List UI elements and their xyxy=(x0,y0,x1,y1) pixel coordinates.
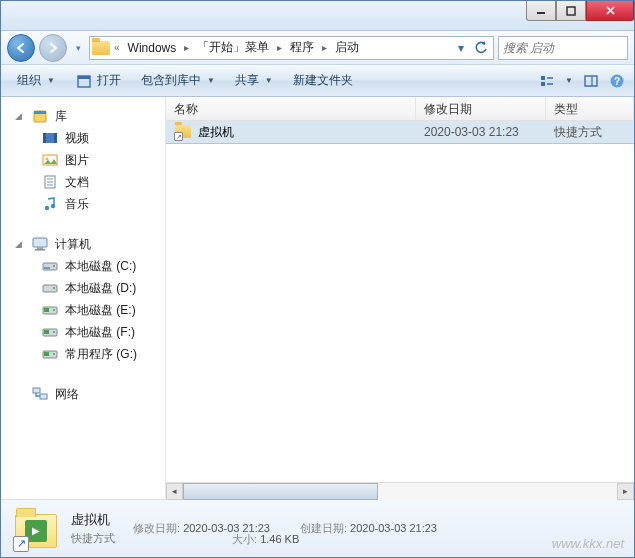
svg-rect-12 xyxy=(585,76,597,86)
share-button[interactable]: 共享▼ xyxy=(225,68,283,94)
history-dropdown[interactable]: ▾ xyxy=(71,38,85,58)
svg-point-39 xyxy=(53,309,55,311)
tree-item-drive-e[interactable]: 本地磁盘 (E:) xyxy=(1,299,165,321)
refresh-button[interactable] xyxy=(471,37,491,59)
file-list-pane: 名称 修改日期 类型 ↗ 虚拟机 2020-03-03 21:23 快捷方式 ◂… xyxy=(166,97,634,499)
drive-icon xyxy=(41,323,59,341)
close-button[interactable] xyxy=(586,1,634,21)
file-list[interactable]: ↗ 虚拟机 2020-03-03 21:23 快捷方式 xyxy=(166,121,634,482)
tree-group-computer: ◢ 计算机 本地磁盘 (C:) 本地磁盘 (D:) 本地磁盘 (E:) 本地磁盘… xyxy=(1,233,165,365)
preview-pane-button[interactable] xyxy=(580,70,602,92)
file-row[interactable]: ↗ 虚拟机 2020-03-03 21:23 快捷方式 xyxy=(166,121,634,143)
breadcrumb-item[interactable]: 「开始」菜单 xyxy=(193,37,273,59)
tree-item-videos[interactable]: 视频 xyxy=(1,127,165,149)
file-type-cell: 快捷方式 xyxy=(546,124,634,141)
scroll-right-button[interactable]: ▸ xyxy=(617,483,634,500)
tree-label: 视频 xyxy=(65,130,89,147)
address-dropdown[interactable]: ▾ xyxy=(451,37,471,59)
expand-icon[interactable]: ◢ xyxy=(15,111,25,121)
details-name: 虚拟机 xyxy=(71,511,115,529)
svg-rect-1 xyxy=(567,7,575,15)
tree-item-drive-d[interactable]: 本地磁盘 (D:) xyxy=(1,277,165,299)
tree-label: 计算机 xyxy=(55,236,91,253)
column-header-name[interactable]: 名称 xyxy=(166,97,416,120)
new-folder-button[interactable]: 新建文件夹 xyxy=(283,68,363,94)
computer-icon xyxy=(31,235,49,253)
svg-point-27 xyxy=(45,206,49,210)
address-bar[interactable]: « Windows ▸ 「开始」菜单 ▸ 程序 ▸ 启动 ▾ xyxy=(89,36,494,60)
svg-rect-20 xyxy=(54,133,57,143)
tree-label: 音乐 xyxy=(65,196,89,213)
search-box[interactable] xyxy=(498,36,628,60)
horizontal-scrollbar[interactable]: ◂ ▸ xyxy=(166,482,634,499)
shortcut-folder-icon: ↗ xyxy=(174,123,192,141)
toolbar-right: ▼ ? xyxy=(536,70,628,92)
column-header-type[interactable]: 类型 xyxy=(546,97,634,120)
tree-label: 本地磁盘 (D:) xyxy=(65,280,136,297)
scroll-thumb[interactable] xyxy=(183,483,378,500)
folder-icon xyxy=(92,39,110,57)
window-controls xyxy=(526,1,634,21)
drive-icon xyxy=(41,279,59,297)
svg-point-36 xyxy=(53,287,55,289)
open-icon xyxy=(75,72,93,90)
minimize-button[interactable] xyxy=(526,1,556,21)
svg-rect-38 xyxy=(44,308,49,312)
include-in-library-button[interactable]: 包含到库中▼ xyxy=(131,68,225,94)
scroll-left-button[interactable]: ◂ xyxy=(166,483,183,500)
breadcrumb-item[interactable]: 程序 xyxy=(286,37,318,59)
pictures-icon xyxy=(41,151,59,169)
search-input[interactable] xyxy=(503,41,635,55)
breadcrumb-chevron[interactable]: ▸ xyxy=(275,42,284,53)
open-button[interactable]: 打开 xyxy=(65,68,131,94)
tree-label: 网络 xyxy=(55,386,79,403)
tree-label: 图片 xyxy=(65,152,89,169)
body: ◢ 库 视频 图片 文档 音乐 ◢ 计算机 本地磁盘 (C:) 本地磁盘 (D:… xyxy=(1,97,634,499)
forward-button[interactable] xyxy=(39,34,67,62)
tree-root-computer[interactable]: ◢ 计算机 xyxy=(1,233,165,255)
tree-item-drive-g[interactable]: 常用程序 (G:) xyxy=(1,343,165,365)
details-meta-2: 大小: 1.46 KB xyxy=(232,532,299,547)
tree-item-documents[interactable]: 文档 xyxy=(1,171,165,193)
explorer-window: ▾ « Windows ▸ 「开始」菜单 ▸ 程序 ▸ 启动 ▾ xyxy=(0,0,635,558)
expand-icon[interactable]: ◢ xyxy=(15,239,25,249)
column-header-modified[interactable]: 修改日期 xyxy=(416,97,546,120)
tree-label: 库 xyxy=(55,108,67,125)
toolbar: 组织▼ 打开 包含到库中▼ 共享▼ 新建文件夹 ▼ ? xyxy=(1,65,634,97)
tree-group-libraries: ◢ 库 视频 图片 文档 音乐 xyxy=(1,105,165,215)
maximize-button[interactable] xyxy=(556,1,586,21)
back-button[interactable] xyxy=(7,34,35,62)
drive-icon xyxy=(41,345,59,363)
breadcrumb-item[interactable]: 启动 xyxy=(331,37,363,59)
help-button[interactable]: ? xyxy=(606,70,628,92)
video-icon xyxy=(41,129,59,147)
tree-item-pictures[interactable]: 图片 xyxy=(1,149,165,171)
toolbar-label: 打开 xyxy=(97,72,121,89)
tree-label: 本地磁盘 (E:) xyxy=(65,302,136,319)
column-headers: 名称 修改日期 类型 xyxy=(166,97,634,121)
svg-point-34 xyxy=(53,265,55,267)
tree-label: 本地磁盘 (C:) xyxy=(65,258,136,275)
breadcrumb-item[interactable]: Windows xyxy=(124,37,181,59)
tree-item-drive-f[interactable]: 本地磁盘 (F:) xyxy=(1,321,165,343)
details-created: 创建日期: 2020-03-03 21:23 xyxy=(300,521,437,536)
view-options-button[interactable] xyxy=(536,70,558,92)
breadcrumb-label: Windows xyxy=(128,41,177,55)
svg-point-42 xyxy=(53,331,55,333)
breadcrumb-chevron[interactable]: ▸ xyxy=(320,42,329,53)
tree-root-network[interactable]: ◢ 网络 xyxy=(1,383,165,405)
scroll-track[interactable] xyxy=(183,483,617,500)
svg-rect-19 xyxy=(43,133,46,143)
svg-rect-17 xyxy=(34,111,46,114)
organize-button[interactable]: 组织▼ xyxy=(7,68,65,94)
library-icon xyxy=(31,107,49,125)
tree-item-drive-c[interactable]: 本地磁盘 (C:) xyxy=(1,255,165,277)
breadcrumb-prefix-chevron[interactable]: « xyxy=(112,42,122,53)
breadcrumb-chevron[interactable]: ▸ xyxy=(182,42,191,53)
svg-rect-8 xyxy=(541,76,545,80)
tree-root-libraries[interactable]: ◢ 库 xyxy=(1,105,165,127)
tree-item-music[interactable]: 音乐 xyxy=(1,193,165,215)
svg-text:?: ? xyxy=(614,76,620,87)
breadcrumb-label: 程序 xyxy=(290,39,314,56)
view-dropdown[interactable]: ▼ xyxy=(562,76,576,85)
